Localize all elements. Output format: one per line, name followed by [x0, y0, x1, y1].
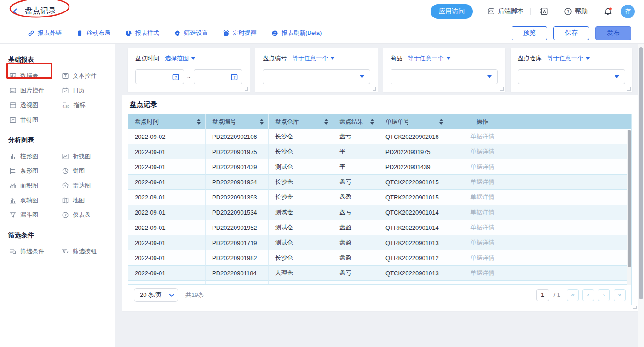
toolbar-item-report-style[interactable]: 报表样式 — [125, 29, 159, 37]
filter-select[interactable] — [263, 69, 370, 84]
filter-widget-inventory-number[interactable]: 盘点编号 等于任意一个 — [255, 48, 377, 92]
document-detail-link[interactable]: 单据详情 — [471, 132, 494, 141]
toolbar-item-timed-reminder[interactable]: 定时提醒 — [223, 29, 257, 37]
sidebar-item-column-chart[interactable]: 柱形图 — [9, 152, 55, 160]
table-row: 2022-09-01 PD20220901982 长沙仓 盘盈 QTRK2022… — [128, 250, 631, 266]
sidebar-item-funnel-chart[interactable]: 漏斗图 — [9, 210, 55, 219]
last-page-button[interactable]: » — [614, 289, 626, 301]
preview-button[interactable]: 预览 — [512, 26, 547, 40]
sidebar-item-bar-chart[interactable]: 条形图 — [9, 166, 55, 175]
sort-icon[interactable] — [260, 119, 264, 125]
col-inventory-number[interactable]: 盘点编号 — [206, 114, 269, 129]
toolbar-item-external-link[interactable]: 报表外链 — [28, 29, 62, 37]
sidebar-item-data-table[interactable]: 数据表 — [9, 71, 55, 80]
first-page-button[interactable]: « — [567, 289, 579, 301]
sidebar-item-dual-axis-chart[interactable]: 双轴图 — [9, 196, 55, 205]
filter-select[interactable] — [391, 69, 498, 84]
sidebar-item-text-widget[interactable]: 文本控件 — [62, 71, 106, 80]
cell-result: 盘亏 — [333, 129, 379, 144]
table-row-clipped — [128, 281, 631, 284]
report-title[interactable]: 盘点记录 — [25, 6, 56, 17]
header-right: 应用访问 后端脚本 ? 帮助 存 — [431, 4, 635, 19]
sidebar-item-filter-button[interactable]: 筛选按钮 — [62, 247, 106, 256]
document-detail-link[interactable]: 单据详情 — [471, 239, 494, 247]
sidebar-item-image-widget[interactable]: 图片控件 — [9, 86, 55, 95]
col-document-number[interactable]: 单据单号 — [379, 114, 448, 129]
back-button[interactable] — [9, 6, 21, 17]
svg-text:4,80: 4,80 — [63, 104, 70, 108]
toolbar-item-mobile-layout[interactable]: 移动布局 — [76, 29, 110, 37]
col-result[interactable]: 盘点结果 — [333, 114, 379, 129]
document-detail-link[interactable]: 单据详情 — [471, 223, 494, 232]
table: 盘点时间 盘点编号 盘点仓库 盘点结果 单据单号 操作 2022-09-02 P… — [128, 114, 632, 305]
notifications-button[interactable] — [602, 6, 614, 17]
cell-empty — [517, 250, 631, 266]
filter-widget-product[interactable]: 商品 等于任意一个 — [383, 48, 505, 92]
table-vertical-scrollbar[interactable] — [627, 130, 631, 285]
date-start-input[interactable]: 7 — [135, 69, 184, 84]
next-page-button[interactable]: › — [598, 289, 610, 301]
widget-sidebar: 基础报表 数据表 文本控件 图片控件 日历 — [0, 44, 115, 347]
sidebar-item-gauge[interactable]: 仪表盘 — [62, 210, 106, 219]
widget-resize-handle[interactable] — [500, 87, 504, 91]
toolbar-item-filter-settings[interactable]: 筛选设置 — [174, 29, 208, 37]
sort-icon[interactable] — [324, 119, 328, 125]
toolbar-item-report-refresh[interactable]: 报表刷新(Beta) — [271, 29, 322, 37]
sidebar-item-radar-chart[interactable]: 雷达图 — [62, 181, 106, 190]
publish-button[interactable]: 发布 — [595, 26, 631, 40]
scrollbar-thumb[interactable] — [639, 47, 643, 299]
cell-warehouse: 长沙仓 — [269, 129, 333, 144]
prev-page-button[interactable]: ‹ — [582, 289, 594, 301]
sidebar-item-pie-chart[interactable]: 饼图 — [62, 166, 106, 175]
filter-widget-inventory-warehouse[interactable]: 盘点仓库 等于任意一个 — [511, 48, 632, 92]
widget-resize-handle[interactable] — [245, 87, 248, 91]
document-detail-link[interactable]: 单据详情 — [471, 254, 494, 262]
col-warehouse[interactable]: 盘点仓库 — [269, 114, 333, 129]
document-detail-link[interactable]: 单据详情 — [471, 269, 494, 277]
document-detail-link[interactable]: 单据详情 — [471, 163, 494, 171]
filter-operator-dropdown[interactable]: 等于任意一个 — [408, 54, 451, 63]
sidebar-item-pivot-table[interactable]: 透视图 — [9, 101, 55, 109]
page-number-input[interactable]: 1 — [536, 289, 549, 301]
sidebar-item-calendar[interactable]: 日历 — [62, 86, 106, 95]
cell-document-number: PD20220901439 — [379, 159, 448, 175]
cell-empty — [517, 144, 631, 159]
sidebar-item-gantt-chart[interactable]: 甘特图 — [9, 115, 55, 124]
filter-widget-inventory-time[interactable]: 盘点时间 选择范围 7 ~ 7 — [128, 48, 250, 92]
document-detail-link[interactable]: 单据详情 — [471, 208, 494, 216]
sidebar-item-area-chart[interactable]: 面积图 — [9, 181, 55, 190]
document-detail-link[interactable]: 单据详情 — [471, 178, 494, 186]
sidebar-item-map[interactable]: 地图 — [62, 196, 106, 205]
address-book-button[interactable] — [538, 6, 550, 17]
filter-operator-dropdown[interactable]: 等于任意一个 — [547, 54, 590, 63]
data-table-widget[interactable]: 盘点记录 盘点时间 盘点编号 盘点仓库 盘点结果 单据单号 操作 2022-09… — [122, 95, 638, 311]
filter-widgets-grid: 筛选条件 筛选按钮 — [8, 247, 106, 256]
chevron-down-icon — [487, 75, 492, 78]
widget-resize-handle[interactable] — [373, 87, 376, 91]
date-end-input[interactable]: 7 — [194, 69, 242, 84]
filter-operator-dropdown[interactable]: 选择范围 — [165, 54, 196, 63]
sort-icon[interactable] — [370, 119, 374, 125]
avatar[interactable]: 存 — [621, 5, 635, 18]
svg-text:7: 7 — [234, 76, 236, 79]
filter-select[interactable] — [518, 69, 625, 84]
sidebar-item-line-chart[interactable]: 折线图 — [62, 152, 106, 160]
app-access-button[interactable]: 应用访问 — [431, 4, 473, 19]
document-detail-link[interactable]: 单据详情 — [471, 193, 494, 201]
save-button[interactable]: 保存 — [553, 26, 589, 40]
page-vertical-scrollbar[interactable] — [638, 44, 644, 347]
document-detail-link[interactable]: 单据详情 — [471, 148, 494, 156]
bell-icon — [604, 7, 613, 16]
filter-operator-dropdown[interactable]: 等于任意一个 — [292, 54, 335, 63]
col-inventory-time[interactable]: 盘点时间 — [128, 114, 206, 129]
page-size-select[interactable]: 20 条/页 — [134, 288, 178, 302]
backend-script-button[interactable]: 后端脚本 — [487, 7, 523, 16]
widget-resize-handle[interactable] — [633, 306, 637, 309]
scrollbar-thumb[interactable] — [628, 130, 631, 267]
sidebar-item-filter-condition[interactable]: 筛选条件 — [9, 247, 55, 256]
sort-icon[interactable] — [439, 119, 443, 125]
widget-resize-handle[interactable] — [627, 87, 631, 91]
sidebar-item-indicator[interactable]: 4,80 指标 — [62, 101, 106, 109]
help-button[interactable]: ? 帮助 — [564, 7, 588, 16]
sort-icon[interactable] — [197, 119, 201, 125]
